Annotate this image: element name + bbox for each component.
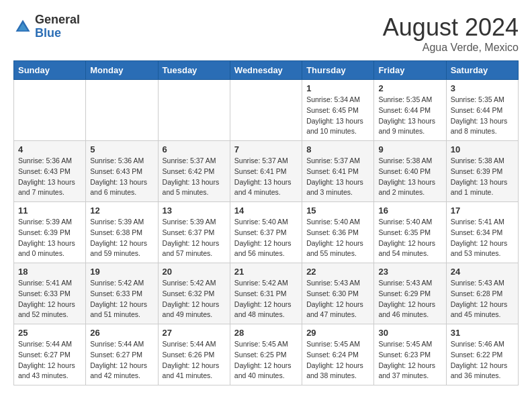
day-number: 2 — [378, 83, 441, 93]
day-info: Sunrise: 5:37 AM Sunset: 6:41 PM Dayligh… — [234, 156, 298, 198]
logo-blue-text: Blue — [35, 27, 80, 40]
calendar-cell: 27Sunrise: 5:44 AM Sunset: 6:26 PM Dayli… — [158, 324, 230, 385]
day-number: 20 — [163, 267, 226, 277]
day-info: Sunrise: 5:38 AM Sunset: 6:40 PM Dayligh… — [378, 156, 441, 198]
day-info: Sunrise: 5:41 AM Sunset: 6:34 PM Dayligh… — [451, 217, 514, 259]
day-number: 28 — [234, 328, 298, 338]
location-subtitle: Agua Verde, Mexico — [383, 42, 519, 54]
header-cell-wednesday: Wednesday — [230, 61, 302, 80]
calendar-cell: 5Sunrise: 5:36 AM Sunset: 6:43 PM Daylig… — [86, 141, 158, 202]
day-number: 9 — [378, 144, 441, 154]
calendar-cell: 30Sunrise: 5:45 AM Sunset: 6:23 PM Dayli… — [374, 324, 446, 385]
day-number: 14 — [234, 205, 298, 216]
calendar-cell: 25Sunrise: 5:44 AM Sunset: 6:27 PM Dayli… — [14, 324, 86, 385]
day-info: Sunrise: 5:45 AM Sunset: 6:23 PM Dayligh… — [378, 339, 441, 381]
header-cell-saturday: Saturday — [446, 61, 518, 80]
calendar-cell: 28Sunrise: 5:45 AM Sunset: 6:25 PM Dayli… — [230, 324, 302, 385]
calendar-cell: 29Sunrise: 5:45 AM Sunset: 6:24 PM Dayli… — [302, 324, 374, 385]
day-number: 27 — [163, 328, 226, 338]
calendar-cell — [158, 80, 230, 141]
day-number: 3 — [451, 83, 514, 93]
calendar-cell: 15Sunrise: 5:40 AM Sunset: 6:36 PM Dayli… — [302, 202, 374, 263]
calendar-cell: 10Sunrise: 5:38 AM Sunset: 6:39 PM Dayli… — [446, 141, 518, 202]
day-number: 4 — [18, 144, 81, 154]
day-number: 23 — [378, 267, 441, 277]
day-info: Sunrise: 5:43 AM Sunset: 6:30 PM Dayligh… — [306, 278, 369, 320]
day-info: Sunrise: 5:37 AM Sunset: 6:42 PM Dayligh… — [163, 156, 226, 198]
header-row: SundayMondayTuesdayWednesdayThursdayFrid… — [14, 61, 519, 80]
day-number: 10 — [451, 144, 514, 154]
day-number: 19 — [90, 267, 153, 277]
day-info: Sunrise: 5:36 AM Sunset: 6:43 PM Dayligh… — [18, 156, 81, 198]
day-info: Sunrise: 5:38 AM Sunset: 6:39 PM Dayligh… — [451, 156, 514, 198]
day-number: 25 — [18, 328, 81, 338]
calendar-cell: 22Sunrise: 5:43 AM Sunset: 6:30 PM Dayli… — [302, 263, 374, 324]
calendar-cell: 1Sunrise: 5:34 AM Sunset: 6:45 PM Daylig… — [302, 80, 374, 141]
day-number: 13 — [163, 205, 226, 216]
calendar-cell: 24Sunrise: 5:43 AM Sunset: 6:28 PM Dayli… — [446, 263, 518, 324]
calendar-header: SundayMondayTuesdayWednesdayThursdayFrid… — [14, 61, 519, 80]
page-header: General Blue August 2024 Agua Verde, Mex… — [13, 13, 519, 54]
calendar-cell — [14, 80, 86, 141]
day-info: Sunrise: 5:39 AM Sunset: 6:38 PM Dayligh… — [90, 217, 153, 259]
calendar-cell: 20Sunrise: 5:42 AM Sunset: 6:32 PM Dayli… — [158, 263, 230, 324]
day-number: 21 — [234, 267, 298, 277]
logo-general-text: General — [35, 13, 80, 27]
title-block: August 2024 Agua Verde, Mexico — [383, 13, 519, 54]
calendar-cell: 9Sunrise: 5:38 AM Sunset: 6:40 PM Daylig… — [374, 141, 446, 202]
day-number: 1 — [306, 83, 369, 93]
day-info: Sunrise: 5:40 AM Sunset: 6:37 PM Dayligh… — [234, 217, 298, 259]
calendar-cell: 6Sunrise: 5:37 AM Sunset: 6:42 PM Daylig… — [158, 141, 230, 202]
day-info: Sunrise: 5:39 AM Sunset: 6:39 PM Dayligh… — [18, 217, 81, 259]
day-info: Sunrise: 5:44 AM Sunset: 6:26 PM Dayligh… — [163, 339, 226, 381]
calendar-cell: 14Sunrise: 5:40 AM Sunset: 6:37 PM Dayli… — [230, 202, 302, 263]
day-info: Sunrise: 5:34 AM Sunset: 6:45 PM Dayligh… — [306, 95, 369, 137]
header-cell-monday: Monday — [86, 61, 158, 80]
day-number: 31 — [451, 328, 514, 338]
day-number: 30 — [378, 328, 441, 338]
calendar-cell: 2Sunrise: 5:35 AM Sunset: 6:44 PM Daylig… — [374, 80, 446, 141]
day-info: Sunrise: 5:35 AM Sunset: 6:44 PM Dayligh… — [378, 95, 441, 137]
day-info: Sunrise: 5:40 AM Sunset: 6:36 PM Dayligh… — [306, 217, 369, 259]
day-info: Sunrise: 5:40 AM Sunset: 6:35 PM Dayligh… — [378, 217, 441, 259]
calendar-cell: 26Sunrise: 5:44 AM Sunset: 6:27 PM Dayli… — [86, 324, 158, 385]
calendar-cell — [86, 80, 158, 141]
day-info: Sunrise: 5:35 AM Sunset: 6:44 PM Dayligh… — [451, 95, 514, 137]
day-info: Sunrise: 5:37 AM Sunset: 6:41 PM Dayligh… — [306, 156, 369, 198]
calendar-cell: 11Sunrise: 5:39 AM Sunset: 6:39 PM Dayli… — [14, 202, 86, 263]
day-info: Sunrise: 5:43 AM Sunset: 6:29 PM Dayligh… — [378, 278, 441, 320]
calendar-cell — [230, 80, 302, 141]
calendar-cell: 13Sunrise: 5:39 AM Sunset: 6:37 PM Dayli… — [158, 202, 230, 263]
calendar-week-4: 18Sunrise: 5:41 AM Sunset: 6:33 PM Dayli… — [14, 263, 519, 324]
header-cell-sunday: Sunday — [14, 61, 86, 80]
calendar-cell: 12Sunrise: 5:39 AM Sunset: 6:38 PM Dayli… — [86, 202, 158, 263]
logo-icon — [13, 17, 32, 36]
logo: General Blue — [13, 13, 80, 40]
day-number: 11 — [18, 205, 81, 216]
day-number: 18 — [18, 267, 81, 277]
day-info: Sunrise: 5:36 AM Sunset: 6:43 PM Dayligh… — [90, 156, 153, 198]
day-number: 12 — [90, 205, 153, 216]
day-number: 24 — [451, 267, 514, 277]
calendar-cell: 8Sunrise: 5:37 AM Sunset: 6:41 PM Daylig… — [302, 141, 374, 202]
header-cell-tuesday: Tuesday — [158, 61, 230, 80]
day-info: Sunrise: 5:42 AM Sunset: 6:33 PM Dayligh… — [90, 278, 153, 320]
day-info: Sunrise: 5:46 AM Sunset: 6:22 PM Dayligh… — [451, 339, 514, 381]
calendar-week-3: 11Sunrise: 5:39 AM Sunset: 6:39 PM Dayli… — [14, 202, 519, 263]
calendar-cell: 23Sunrise: 5:43 AM Sunset: 6:29 PM Dayli… — [374, 263, 446, 324]
day-info: Sunrise: 5:41 AM Sunset: 6:33 PM Dayligh… — [18, 278, 81, 320]
calendar-week-5: 25Sunrise: 5:44 AM Sunset: 6:27 PM Dayli… — [14, 324, 519, 385]
day-info: Sunrise: 5:42 AM Sunset: 6:32 PM Dayligh… — [163, 278, 226, 320]
calendar-week-1: 1Sunrise: 5:34 AM Sunset: 6:45 PM Daylig… — [14, 80, 519, 141]
calendar-cell: 7Sunrise: 5:37 AM Sunset: 6:41 PM Daylig… — [230, 141, 302, 202]
day-number: 16 — [378, 205, 441, 216]
day-number: 6 — [163, 144, 226, 154]
calendar-cell: 16Sunrise: 5:40 AM Sunset: 6:35 PM Dayli… — [374, 202, 446, 263]
day-number: 15 — [306, 205, 369, 216]
day-number: 5 — [90, 144, 153, 154]
calendar-cell: 17Sunrise: 5:41 AM Sunset: 6:34 PM Dayli… — [446, 202, 518, 263]
calendar-week-2: 4Sunrise: 5:36 AM Sunset: 6:43 PM Daylig… — [14, 141, 519, 202]
day-number: 26 — [90, 328, 153, 338]
day-number: 22 — [306, 267, 369, 277]
day-info: Sunrise: 5:43 AM Sunset: 6:28 PM Dayligh… — [451, 278, 514, 320]
